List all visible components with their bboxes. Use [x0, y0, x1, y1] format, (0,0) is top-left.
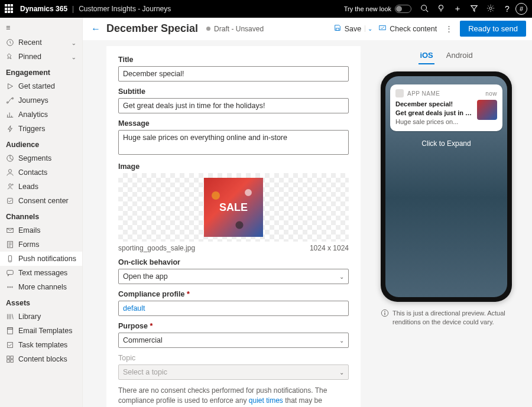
svg-rect-15 [8, 198, 13, 204]
nav-recent[interactable]: Recent ⌃ [0, 35, 82, 50]
notification-card[interactable]: APP NAME now December special! Get great… [390, 84, 502, 131]
nav-label: Journeys [18, 96, 48, 105]
svg-point-0 [421, 5, 427, 10]
settings-icon[interactable] [482, 4, 499, 14]
nav-library[interactable]: Library [0, 310, 82, 324]
nav-label: Leads [18, 183, 38, 191]
nav-label: Push notifications [18, 255, 76, 263]
nav-label: Consent center [18, 197, 69, 205]
compliance-select[interactable]: default [118, 301, 349, 316]
separator: | [72, 5, 74, 13]
nav-pinned[interactable]: Pinned ⌃ [0, 50, 82, 64]
leads-icon [6, 183, 14, 191]
nav-segments[interactable]: Segments [0, 151, 82, 165]
title-input[interactable] [118, 66, 349, 82]
nav-header-audience: Audience [0, 136, 82, 151]
help-icon[interactable]: ? [499, 4, 515, 14]
nav-triggers[interactable]: Triggers [0, 122, 82, 136]
image-dimensions: 1024 x 1024 [310, 244, 349, 252]
check-content-button[interactable]: Check content [375, 21, 440, 36]
chevron-down-icon: ⌄ [339, 273, 344, 280]
nav-contacts[interactable]: Contacts [0, 165, 82, 180]
chevron-down-icon: ⌃ [72, 40, 76, 46]
nav-collapse-icon[interactable]: ≡ [0, 20, 82, 35]
message-label: Message [118, 119, 349, 128]
chevron-down-icon: ⌃ [72, 54, 76, 60]
svg-point-19 [10, 261, 11, 261]
filter-icon[interactable] [466, 4, 482, 14]
save-button[interactable]: Save [330, 21, 365, 36]
add-icon[interactable]: ＋ [449, 4, 466, 14]
image-label: Image [118, 162, 349, 171]
nav-label: More channels [18, 283, 67, 291]
person-icon [6, 168, 14, 177]
app-launcher-icon[interactable] [5, 4, 14, 14]
svg-rect-27 [7, 356, 9, 359]
quiet-times-link[interactable]: quiet times [249, 396, 283, 405]
notification-app-icon [395, 89, 404, 97]
nav-leads[interactable]: Leads [0, 180, 82, 194]
overflow-menu-icon[interactable]: ⋮ [440, 22, 458, 35]
compliance-label: Compliance profile [118, 290, 349, 298]
nav-analytics[interactable]: Analytics [0, 108, 82, 122]
clock-icon [6, 38, 14, 47]
image-preview[interactable]: SALE [118, 173, 349, 242]
svg-marker-8 [8, 84, 13, 89]
user-avatar[interactable]: # [515, 3, 527, 15]
nav-email-templates[interactable]: Email Templates [0, 324, 82, 338]
nav-emails[interactable]: Emails [0, 223, 82, 237]
segment-icon [6, 154, 14, 162]
global-topbar: Dynamics 365 | Customer Insights - Journ… [0, 0, 532, 18]
nav-forms[interactable]: Forms [0, 237, 82, 252]
save-split-chevron-icon[interactable]: ⌄ [365, 25, 375, 32]
purpose-label: Purpose [118, 322, 349, 330]
subtitle-input[interactable] [118, 98, 349, 113]
notification-title: December special! [395, 100, 473, 109]
search-icon[interactable] [416, 4, 433, 14]
click-to-expand-label[interactable]: Click to Expand [385, 139, 507, 148]
nav-consent-center[interactable]: Consent center [0, 194, 82, 208]
onclick-label: On-click behavior [118, 258, 349, 266]
nav-task-templates[interactable]: Task templates [0, 338, 82, 352]
nav-push-notifications[interactable]: Push notifications [0, 252, 82, 266]
back-arrow-icon[interactable]: ← [89, 21, 103, 37]
svg-point-12 [8, 170, 11, 172]
nav-label: Text messages [18, 269, 67, 277]
bolt-icon [6, 125, 14, 133]
journey-icon [6, 96, 14, 105]
notification-message: Huge sale prices on... [395, 118, 473, 126]
nav-more-channels[interactable]: More channels [0, 280, 82, 294]
svg-point-34 [384, 311, 385, 312]
nav-journeys[interactable]: Journeys [0, 93, 82, 108]
purpose-select[interactable]: Commercial⌄ [118, 333, 349, 348]
onclick-select[interactable]: Open the app⌄ [118, 269, 349, 284]
svg-rect-29 [7, 360, 9, 362]
nav-label: Library [18, 312, 41, 321]
platform-tabs: iOS Android [419, 48, 473, 64]
tab-android[interactable]: Android [445, 48, 474, 64]
play-icon [6, 82, 14, 90]
nav-get-started[interactable]: Get started [0, 79, 82, 93]
svg-rect-30 [11, 360, 13, 362]
nav-label: Get started [18, 82, 55, 90]
nav-content-blocks[interactable]: Content blocks [0, 352, 82, 366]
message-input[interactable]: Huge sale prices on everything online an… [118, 130, 349, 155]
lightbulb-icon[interactable] [433, 4, 449, 14]
svg-point-2 [439, 5, 443, 9]
phone-frame: APP NAME now December special! Get great… [381, 71, 512, 302]
nav-header-assets: Assets [0, 294, 82, 310]
svg-rect-20 [7, 271, 14, 275]
save-status: Draft - Unsaved [206, 25, 264, 33]
try-new-look-toggle[interactable] [395, 5, 411, 13]
nav-label: Contacts [18, 168, 47, 177]
page-title: December Special [106, 22, 198, 35]
nav-label: Analytics [18, 110, 48, 119]
nav-text-messages[interactable]: Text messages [0, 266, 82, 280]
check-icon [378, 24, 387, 34]
command-bar: ← December Special Draft - Unsaved Save … [83, 18, 532, 40]
blocks-icon [6, 355, 14, 363]
phone-icon [6, 255, 14, 263]
ready-to-send-button[interactable]: Ready to send [460, 21, 526, 37]
tab-ios[interactable]: iOS [419, 48, 434, 64]
nav-label: Email Templates [18, 327, 72, 335]
